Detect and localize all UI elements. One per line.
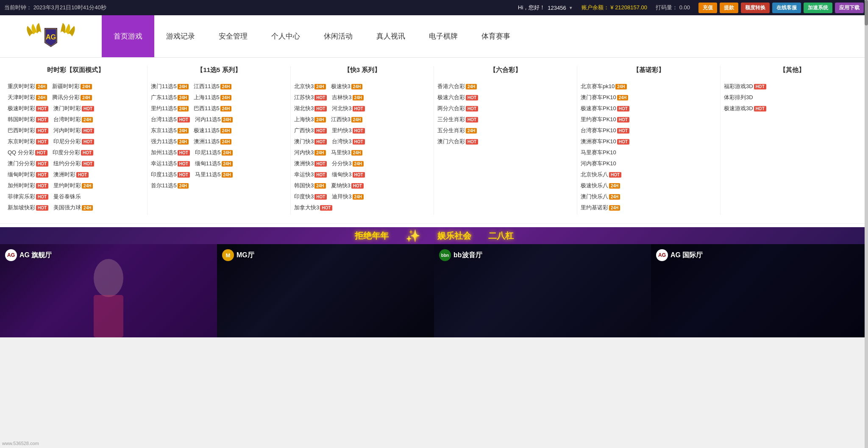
game-name-2-0-1[interactable]: 极速快3 bbox=[331, 83, 351, 90]
service-button[interactable]: 在线客服 bbox=[772, 3, 801, 13]
game-name-2-3-1[interactable]: 江西快3 bbox=[331, 116, 351, 123]
game-name-2-0-0[interactable]: 北京快3 bbox=[294, 83, 314, 90]
game-name-0-3-1[interactable]: 台湾时时彩 bbox=[53, 116, 81, 123]
game-name-3-3-0[interactable]: 三分生肖彩 bbox=[437, 116, 465, 123]
game-name-0-11-0[interactable]: 新加坡快彩 bbox=[8, 204, 35, 211]
convert-button[interactable]: 额度转换 bbox=[741, 3, 770, 13]
game-name-0-5-1[interactable]: 印尼分分彩 bbox=[53, 138, 81, 145]
game-name-2-9-0[interactable]: 韩国快3 bbox=[294, 182, 314, 189]
nav-item-home[interactable]: 首页游戏 bbox=[102, 15, 154, 57]
game-name-5-1-0[interactable]: 体彩排列3D bbox=[724, 94, 753, 101]
withdraw-button[interactable]: 提款 bbox=[720, 3, 738, 13]
game-name-1-7-0[interactable]: 幸运11选5 bbox=[151, 160, 177, 167]
game-name-1-5-0[interactable]: 强力11选5 bbox=[151, 138, 177, 145]
game-name-4-6-0[interactable]: 马里赛车PK10 bbox=[581, 149, 616, 156]
game-name-3-1-0[interactable]: 极速六合彩 bbox=[437, 94, 465, 101]
game-name-0-7-1[interactable]: 纽约分分彩 bbox=[53, 160, 81, 167]
game-name-2-8-1[interactable]: 缅甸快3 bbox=[332, 171, 351, 178]
game-name-2-6-1[interactable]: 马里快3 bbox=[331, 149, 351, 156]
game-name-0-4-1[interactable]: 河内时时彩 bbox=[53, 127, 81, 134]
game-name-5-2-0[interactable]: 极速游戏3D bbox=[724, 105, 753, 112]
game-name-4-9-0[interactable]: 极速快乐八 bbox=[581, 182, 608, 189]
game-name-2-5-1[interactable]: 台湾快3 bbox=[332, 138, 351, 145]
game-name-2-3-0[interactable]: 上海快3 bbox=[294, 116, 314, 123]
casino-card-bb[interactable]: bbn bb波音厅 bbox=[434, 244, 651, 337]
game-name-4-5-0[interactable]: 澳洲赛车PK10 bbox=[581, 138, 616, 145]
game-name-4-2-0[interactable]: 极速赛车PK10 bbox=[581, 105, 616, 112]
game-name-0-7-0[interactable]: 澳门分分彩 bbox=[8, 160, 35, 167]
nav-item-leisure[interactable]: 休闲活动 bbox=[312, 15, 364, 57]
game-name-1-1-1[interactable]: 上海11选5 bbox=[194, 94, 220, 101]
nav-item-records[interactable]: 游戏记录 bbox=[154, 15, 207, 57]
game-name-4-10-0[interactable]: 澳门快乐八 bbox=[581, 193, 608, 200]
game-name-2-8-0[interactable]: 幸运快3 bbox=[294, 171, 314, 178]
game-name-1-3-1[interactable]: 河内11选5 bbox=[195, 116, 221, 123]
scrollbar-thumb[interactable] bbox=[865, 0, 868, 25]
game-name-0-3-0[interactable]: 韩国时时彩 bbox=[8, 116, 35, 123]
game-name-1-8-1[interactable]: 马里11选5 bbox=[195, 171, 221, 178]
game-name-1-6-1[interactable]: 印尼11选5 bbox=[195, 149, 221, 156]
game-name-1-5-1[interactable]: 澳洲11选5 bbox=[194, 138, 220, 145]
game-name-0-5-0[interactable]: 东京时时彩 bbox=[8, 138, 35, 145]
game-name-0-9-1[interactable]: 里约时时彩 bbox=[53, 182, 81, 189]
game-name-2-2-0[interactable]: 湖北快3 bbox=[294, 105, 314, 112]
user-dropdown-arrow[interactable]: ▼ bbox=[569, 6, 573, 10]
game-name-1-2-0[interactable]: 里约11选5 bbox=[151, 105, 177, 112]
game-name-0-1-1[interactable]: 腾讯分分彩 bbox=[52, 94, 80, 101]
game-name-2-4-0[interactable]: 广西快3 bbox=[294, 127, 314, 134]
game-name-0-1-0[interactable]: 天津时时彩 bbox=[8, 94, 35, 101]
casino-card-ag-int[interactable]: AG AG 国际厅 bbox=[651, 244, 868, 337]
game-name-2-11-0[interactable]: 加拿大快3 bbox=[294, 204, 319, 211]
game-name-4-0-0[interactable]: 北京赛车pk10 bbox=[581, 83, 615, 90]
nav-item-electronic[interactable]: 电子棋牌 bbox=[417, 15, 470, 57]
speed-button[interactable]: 加速系统 bbox=[804, 3, 832, 13]
game-name-0-8-0[interactable]: 缅甸时时彩 bbox=[8, 171, 35, 178]
game-name-0-0-0[interactable]: 重庆时时彩 bbox=[8, 83, 35, 90]
game-name-0-4-0[interactable]: 巴西时时彩 bbox=[8, 127, 35, 134]
game-name-0-2-0[interactable]: 极速时时彩 bbox=[8, 105, 35, 112]
game-name-0-0-1[interactable]: 新疆时时彩 bbox=[52, 83, 80, 90]
game-name-2-1-1[interactable]: 吉林快3 bbox=[332, 94, 351, 101]
game-name-2-1-0[interactable]: 江苏快3 bbox=[294, 94, 314, 101]
game-name-4-4-0[interactable]: 台湾赛车PK10 bbox=[581, 127, 616, 134]
game-name-1-7-1[interactable]: 缅甸11选5 bbox=[195, 160, 221, 167]
game-name-3-0-0[interactable]: 香港六合彩 bbox=[437, 83, 465, 90]
game-name-3-4-0[interactable]: 五分生肖彩 bbox=[437, 127, 465, 134]
game-name-1-3-0[interactable]: 台湾11选5 bbox=[151, 116, 177, 123]
game-name-2-4-1[interactable]: 里约快3 bbox=[332, 127, 351, 134]
game-name-0-6-1[interactable]: 印度分分彩 bbox=[53, 149, 80, 156]
game-name-4-7-0[interactable]: 河内赛车PK10 bbox=[581, 160, 616, 167]
game-name-0-6-0[interactable]: QQ 分分彩 bbox=[8, 149, 34, 156]
game-name-3-2-0[interactable]: 两分六合彩 bbox=[437, 105, 465, 112]
game-name-5-0-0[interactable]: 福彩游戏3D bbox=[724, 83, 753, 90]
game-name-1-0-0[interactable]: 澳门11选5 bbox=[151, 83, 177, 90]
game-name-1-4-1[interactable]: 极速11选5 bbox=[194, 127, 220, 134]
charge-button[interactable]: 充值 bbox=[698, 3, 717, 13]
game-name-0-10-0[interactable]: 菲律宾乐彩 bbox=[8, 193, 35, 200]
game-name-1-4-0[interactable]: 东京11选5 bbox=[151, 127, 177, 134]
casino-card-ag[interactable]: AG AG 旗舰厅 bbox=[0, 244, 217, 337]
game-name-2-7-0[interactable]: 澳洲快3 bbox=[294, 160, 314, 167]
game-name-1-1-0[interactable]: 广东11选5 bbox=[151, 94, 177, 101]
game-name-4-3-0[interactable]: 里约赛车PK10 bbox=[581, 116, 616, 123]
game-name-1-9-0[interactable]: 首尔11选5 bbox=[151, 182, 177, 189]
game-name-0-11-1[interactable]: 美国强力球 bbox=[53, 204, 81, 211]
game-name-4-1-0[interactable]: 澳门赛车PK10 bbox=[581, 94, 616, 101]
game-name-2-9-1[interactable]: 夏纳快3 bbox=[331, 182, 351, 189]
game-name-2-10-0[interactable]: 印度快3 bbox=[294, 193, 314, 200]
game-name-1-0-1[interactable]: 江西11选5 bbox=[194, 83, 220, 90]
game-name-0-9-0[interactable]: 加州时时彩 bbox=[8, 182, 35, 189]
nav-item-profile[interactable]: 个人中心 bbox=[259, 15, 312, 57]
casino-card-mg[interactable]: M MG厅 bbox=[217, 244, 434, 337]
game-name-1-8-0[interactable]: 印度11选5 bbox=[151, 171, 177, 178]
game-name-1-6-0[interactable]: 加州11选5 bbox=[151, 149, 177, 156]
game-name-4-8-0[interactable]: 北京快乐八 bbox=[581, 171, 608, 178]
game-name-3-5-0[interactable]: 澳门六合彩 bbox=[437, 138, 465, 145]
game-name-0-8-1[interactable]: 澳洲时彩 bbox=[53, 171, 75, 178]
game-name-2-5-0[interactable]: 澳门快3 bbox=[294, 138, 314, 145]
game-name-0-10-1[interactable]: 曼谷泰铢乐 bbox=[53, 193, 81, 200]
game-name-0-2-1[interactable]: 澳门时时彩 bbox=[53, 105, 81, 112]
nav-item-security[interactable]: 安全管理 bbox=[207, 15, 259, 57]
nav-item-live[interactable]: 真人视讯 bbox=[364, 15, 417, 57]
game-name-1-2-1[interactable]: 巴西11选5 bbox=[194, 105, 220, 112]
